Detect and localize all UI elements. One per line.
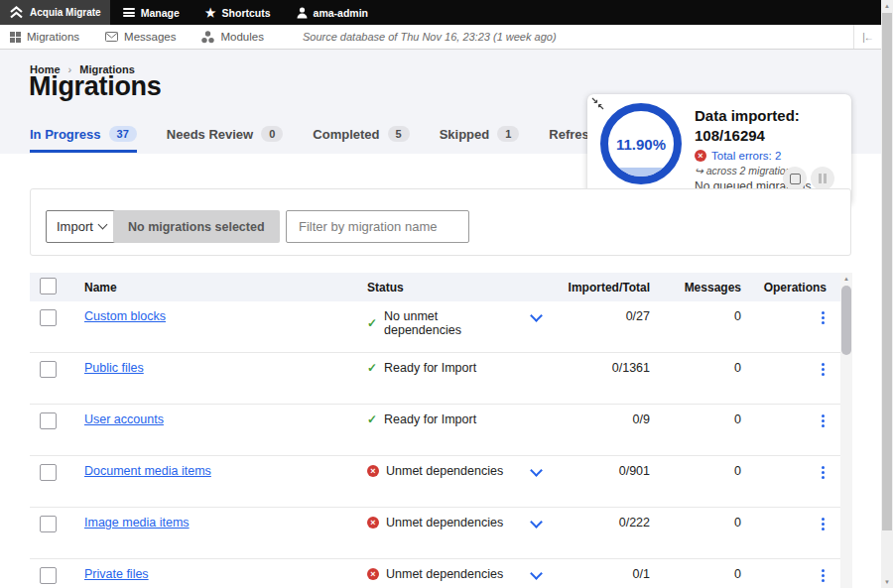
data-imported-value: 108/16294 (695, 126, 843, 146)
toolbar-item-migrations[interactable]: Migrations (0, 31, 92, 43)
operations-menu-icon[interactable] (820, 412, 827, 429)
source-database-note: Source database of Thu Nov 16, 23:23 (1 … (303, 31, 557, 43)
table-row: Document media items × Unmet dependencie… (30, 456, 840, 508)
imported-total-value: 0/1361 (556, 361, 650, 375)
grid-icon (10, 32, 21, 43)
status-text: No unmet dependencies (384, 309, 516, 337)
user-icon (297, 7, 308, 19)
brand-acquia-migrate[interactable]: Acquia Migrate (0, 0, 110, 25)
migration-link[interactable]: Image media items (84, 516, 190, 529)
tab-label: Completed (313, 127, 379, 142)
stop-import-button[interactable] (783, 167, 807, 190)
tab-in-progress[interactable]: In Progress 37 (30, 126, 137, 153)
tab-completed[interactable]: Completed 5 (313, 126, 409, 153)
operations-menu-icon[interactable] (820, 516, 827, 532)
header-messages: Messages (650, 281, 741, 294)
pause-import-button[interactable] (811, 167, 834, 190)
acquia-logo-icon (9, 6, 24, 19)
manage-label: Manage (141, 7, 180, 19)
imported-total-value: 0/27 (556, 309, 650, 323)
status-text: Unmet dependencies (386, 516, 503, 529)
window-scrollbar-thumb[interactable] (882, 13, 892, 530)
table-row: User accounts ✓ Ready for Import 0/9 0 (30, 405, 840, 456)
collapse-diagonal-icon[interactable] (591, 97, 604, 110)
table-scrollbar[interactable]: ▲ (840, 273, 852, 588)
progress-donut: 11.90% (600, 103, 682, 184)
check-icon: ✓ (367, 316, 377, 330)
messages-label: Messages (124, 31, 176, 43)
migration-link[interactable]: User accounts (84, 412, 164, 426)
migration-link[interactable]: Private files (84, 567, 149, 581)
hamburger-icon (123, 8, 135, 17)
status-text: Ready for Import (384, 412, 476, 426)
operations-menu-icon[interactable] (820, 567, 827, 584)
tab-label: Skipped (440, 127, 490, 142)
scroll-down-arrow-icon[interactable]: ▼ (881, 576, 893, 588)
topbar-item-manage[interactable]: Manage (110, 0, 192, 25)
chevron-down-icon[interactable] (530, 464, 543, 477)
brand-label: Acquia Migrate (30, 7, 101, 18)
toolbar-item-messages[interactable]: Messages (92, 31, 189, 43)
operations-menu-icon[interactable] (820, 309, 827, 326)
toolbar-collapse-button[interactable]: |← (853, 25, 881, 49)
operations-menu-icon[interactable] (820, 361, 827, 378)
tab-needs-review[interactable]: Needs Review 0 (167, 126, 284, 153)
row-checkbox[interactable] (40, 464, 57, 481)
error-icon: × (367, 517, 379, 529)
messages-count: 0 (650, 361, 741, 375)
modules-icon (201, 31, 214, 44)
check-icon: ✓ (367, 412, 377, 426)
table-header-row: Name Status Imported/Total Messages Oper… (30, 273, 840, 301)
row-checkbox[interactable] (40, 412, 57, 429)
table-row: Custom blocks ✓ No unmet dependencies 0/… (30, 301, 840, 353)
window-scrollbar[interactable]: ▲ ▼ (881, 0, 893, 588)
check-icon: ✓ (367, 361, 377, 375)
table-scrollbar-thumb[interactable] (841, 286, 851, 355)
chevron-down-icon[interactable] (530, 516, 543, 529)
import-label: Import (57, 219, 93, 234)
header-operations: Operations (741, 281, 840, 294)
messages-count: 0 (650, 464, 741, 478)
migration-link[interactable]: Document media items (84, 464, 211, 478)
scroll-up-arrow-icon[interactable]: ▲ (881, 0, 893, 12)
tab-count-badge: 1 (497, 126, 519, 142)
chevron-down-icon[interactable] (530, 309, 543, 322)
row-checkbox[interactable] (40, 567, 57, 584)
toolbar-item-modules[interactable]: Modules (189, 31, 276, 44)
selection-count-button[interactable]: No migrations selected (113, 210, 280, 243)
status-text: Unmet dependencies (386, 464, 503, 478)
imported-total-value: 0/1 (556, 567, 650, 581)
tab-count-badge: 5 (388, 126, 410, 142)
migration-filter-input[interactable] (286, 210, 469, 243)
topbar-item-shortcuts[interactable]: ★ Shortcuts (192, 0, 284, 25)
status-text: Ready for Import (384, 361, 476, 375)
row-checkbox[interactable] (40, 309, 57, 326)
migration-tabs: In Progress 37 Needs Review 0 Completed … (30, 126, 627, 153)
row-checkbox[interactable] (40, 361, 57, 378)
migrations-label: Migrations (27, 31, 79, 43)
tab-skipped[interactable]: Skipped 1 (440, 126, 520, 153)
operations-menu-icon[interactable] (820, 464, 827, 481)
tab-label: Needs Review (167, 127, 253, 142)
import-dropdown-button[interactable]: Import (46, 210, 117, 243)
select-all-checkbox[interactable] (40, 278, 57, 294)
topbar-item-user[interactable]: ama-admin (284, 0, 381, 25)
star-icon: ★ (205, 7, 216, 19)
total-errors-link[interactable]: Total errors: 2 (711, 150, 781, 162)
scroll-up-arrow-icon[interactable]: ▲ (840, 273, 852, 285)
migrations-table: Name Status Imported/Total Messages Oper… (30, 273, 840, 588)
migration-link[interactable]: Public files (84, 361, 144, 375)
page-title: Migrations (29, 71, 162, 102)
tab-label: In Progress (30, 127, 101, 142)
row-checkbox[interactable] (40, 516, 57, 532)
migration-link[interactable]: Custom blocks (84, 309, 166, 323)
tab-count-badge: 37 (109, 126, 137, 142)
username-label: ama-admin (314, 7, 368, 19)
error-icon: × (367, 568, 379, 580)
messages-count: 0 (650, 516, 741, 529)
imported-total-value: 0/9 (556, 412, 650, 426)
module-toolbar: Migrations Messages Modules Source datab… (0, 25, 881, 50)
table-row: Image media items × Unmet dependencies 0… (30, 508, 840, 559)
total-errors-row: × Total errors: 2 (695, 150, 843, 162)
chevron-down-icon[interactable] (530, 567, 543, 580)
